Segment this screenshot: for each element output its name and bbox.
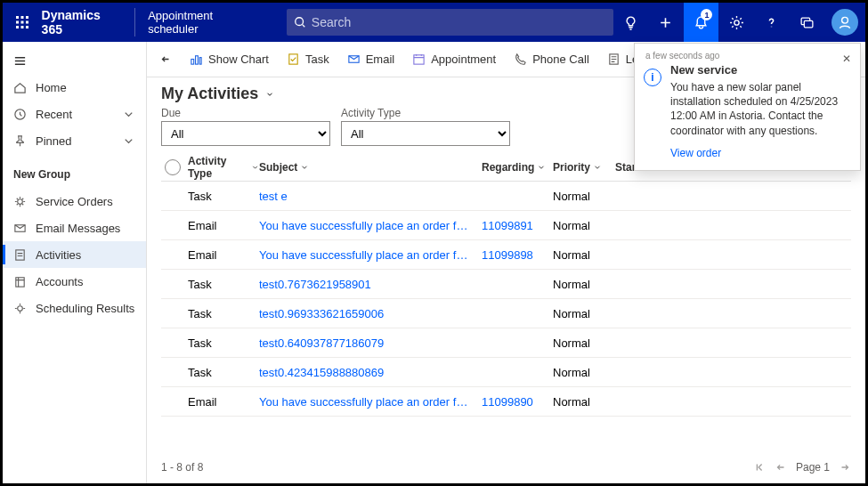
view-title[interactable]: My Activities — [161, 85, 258, 103]
toast-title: New service — [670, 63, 849, 77]
cell-activity-type: Task — [188, 278, 259, 291]
cell-subject[interactable]: You have successfully place an order for… — [259, 219, 482, 232]
sidebar-home-label: Home — [36, 81, 67, 94]
activity-type-filter-label: Activity Type — [341, 107, 510, 119]
col-priority[interactable]: Priority — [553, 161, 615, 174]
sidebar-item-label: Scheduling Results — [36, 302, 134, 315]
cell-priority: Normal — [553, 366, 615, 379]
table-row[interactable]: Task test0.423415988880869 Normal — [161, 358, 851, 387]
col-subject[interactable]: Subject — [259, 161, 482, 174]
svg-rect-23 — [289, 54, 297, 64]
svg-rect-4 — [20, 21, 23, 24]
search-placeholder: Search — [312, 15, 351, 29]
svg-rect-25 — [414, 55, 424, 64]
table-row[interactable]: Email You have successfully place an ord… — [161, 387, 851, 417]
sidebar-recent-label: Recent — [36, 108, 72, 121]
svg-point-15 — [18, 198, 23, 204]
appointment-button[interactable]: Appointment — [405, 45, 503, 74]
cell-priority: Normal — [553, 278, 615, 291]
cell-subject[interactable]: test0.7673621958901 — [259, 278, 482, 291]
cell-subject[interactable]: test0.640937877186079 — [259, 336, 482, 350]
table-row[interactable]: Task test e Normal — [161, 182, 851, 211]
table-row[interactable]: Task test0.640937877186079 Normal — [161, 328, 851, 358]
prev-page-icon[interactable] — [775, 461, 787, 474]
task-button[interactable]: Task — [280, 45, 337, 74]
phone-call-button[interactable]: Phone Call — [507, 45, 596, 74]
cell-activity-type: Task — [188, 366, 259, 379]
toast-close-icon[interactable]: ✕ — [842, 53, 851, 65]
cell-regarding[interactable]: 11099890 — [482, 395, 553, 409]
sidebar-home[interactable]: Home — [3, 74, 146, 101]
info-icon: i — [644, 69, 661, 86]
plus-icon[interactable] — [648, 3, 684, 42]
gear-icon[interactable] — [718, 3, 754, 42]
sidebar: Home Recent Pinned New Group Service Ord… — [3, 42, 147, 483]
hamburger-icon[interactable] — [3, 47, 146, 74]
table-row[interactable]: Task test0.7673621958901 Normal — [161, 270, 851, 299]
activity-type-filter[interactable]: All — [341, 121, 510, 146]
sidebar-pinned-label: Pinned — [36, 134, 71, 148]
table-row[interactable]: Task test0.969333621659006 Normal — [161, 299, 851, 328]
cell-regarding[interactable]: 11099891 — [482, 219, 553, 232]
svg-point-10 — [734, 20, 739, 24]
show-chart-button[interactable]: Show Chart — [183, 45, 276, 74]
app-name: Appointment scheduler — [135, 9, 278, 36]
svg-rect-17 — [16, 249, 24, 259]
table-row[interactable]: Email You have successfully place an ord… — [161, 240, 851, 270]
user-avatar[interactable] — [831, 9, 858, 36]
sidebar-item-accounts[interactable]: Accounts — [3, 268, 146, 295]
sidebar-item-service-orders[interactable]: Service Orders — [3, 188, 146, 215]
cell-priority: Normal — [553, 248, 615, 262]
svg-rect-5 — [26, 21, 28, 24]
svg-rect-20 — [191, 60, 194, 65]
svg-rect-3 — [16, 21, 19, 24]
first-page-icon[interactable] — [753, 461, 766, 474]
cell-priority: Normal — [553, 219, 615, 232]
due-filter[interactable]: All — [161, 121, 330, 146]
cell-activity-type: Task — [188, 307, 259, 320]
global-topbar: Dynamics 365 Appointment scheduler Searc… — [3, 3, 865, 42]
brand-name[interactable]: Dynamics 365 — [42, 8, 136, 36]
col-regarding[interactable]: Regarding — [482, 161, 553, 174]
global-search[interactable]: Search — [287, 9, 613, 36]
sidebar-item-label: Service Orders — [36, 195, 113, 208]
toast-action-link[interactable]: View order — [670, 147, 721, 159]
row-count: 1 - 8 of 8 — [161, 461, 203, 474]
svg-rect-7 — [20, 26, 23, 28]
svg-rect-2 — [26, 16, 28, 19]
cell-subject[interactable]: You have successfully place an order for… — [259, 395, 482, 409]
sidebar-item-label: Activities — [36, 248, 81, 262]
svg-rect-6 — [16, 26, 19, 28]
sidebar-item-scheduling-results[interactable]: Scheduling Results — [3, 295, 146, 321]
back-button[interactable] — [152, 45, 179, 74]
chat-icon[interactable] — [790, 3, 825, 42]
notification-toast: a few seconds ago ✕ i New service You ha… — [634, 43, 861, 171]
col-activity-type[interactable]: Activity Type — [188, 155, 259, 180]
svg-rect-12 — [804, 20, 813, 27]
cell-subject[interactable]: test e — [259, 190, 482, 203]
sidebar-item-activities[interactable]: Activities — [3, 241, 146, 268]
sidebar-recent[interactable]: Recent — [3, 101, 146, 127]
select-all[interactable] — [165, 159, 181, 175]
next-page-icon[interactable] — [839, 461, 851, 474]
app-launcher-icon[interactable] — [3, 15, 42, 29]
help-icon[interactable] — [754, 3, 790, 42]
lightbulb-icon[interactable] — [613, 3, 649, 42]
cell-subject[interactable]: test0.969333621659006 — [259, 307, 482, 320]
toast-time: a few seconds ago — [645, 51, 719, 61]
cell-subject[interactable]: test0.423415988880869 — [259, 366, 482, 379]
table-row[interactable]: Email You have successfully place an ord… — [161, 211, 851, 240]
email-button[interactable]: Email — [340, 45, 402, 74]
notifications-icon[interactable]: 1 — [684, 3, 719, 42]
due-filter-label: Due — [161, 107, 330, 119]
cell-regarding[interactable]: 11099898 — [482, 248, 553, 262]
cell-priority: Normal — [553, 395, 615, 409]
sidebar-pinned[interactable]: Pinned — [3, 127, 146, 154]
svg-rect-8 — [26, 26, 28, 28]
cell-activity-type: Email — [188, 395, 259, 409]
cell-priority: Normal — [553, 336, 615, 350]
svg-rect-0 — [16, 16, 19, 19]
chevron-down-icon[interactable] — [265, 90, 274, 99]
cell-subject[interactable]: You have successfully place an order for… — [259, 248, 482, 262]
sidebar-item-email-messages[interactable]: Email Messages — [3, 215, 146, 241]
